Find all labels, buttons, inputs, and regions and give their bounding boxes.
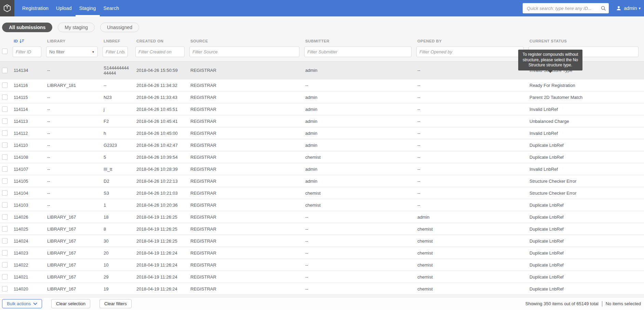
table-row[interactable]: 114116LIBRARY_181--2018-04-26 11:34:32RE… [0, 79, 644, 91]
row-checkbox[interactable] [2, 154, 8, 160]
quick-search-input[interactable] [527, 6, 601, 11]
table-row[interactable]: 114110--G23232018-04-26 10:42:47REGISTRA… [0, 139, 644, 151]
column-header-library[interactable]: LIBRARY [44, 39, 100, 43]
column-header-created-on[interactable]: CREATED ON [133, 39, 187, 43]
select-all-checkbox[interactable] [2, 49, 8, 54]
nav-item-upload[interactable]: Upload [52, 0, 76, 16]
cell-created: 2018-04-26 10:39:54 [133, 155, 187, 160]
table-row[interactable]: 114104--S32018-04-26 10:21:03REGISTRARch… [0, 187, 644, 199]
status-tooltip: To register compounds without structure,… [518, 50, 582, 70]
row-checkbox-cell [0, 190, 10, 196]
cell-source: REGISTRAR [187, 95, 302, 100]
table-row[interactable]: 114114--j2018-04-26 10:45:51REGISTRARadm… [0, 103, 644, 115]
chip-unassigned[interactable]: Unassigned [100, 23, 139, 32]
row-checkbox[interactable] [2, 68, 8, 73]
row-checkbox[interactable] [2, 238, 8, 244]
table-row[interactable]: 114108--52018-04-26 10:39:54REGISTRARche… [0, 151, 644, 163]
row-checkbox[interactable] [2, 202, 8, 208]
row-checkbox-cell [0, 106, 10, 112]
row-checkbox[interactable] [2, 274, 8, 280]
column-header-id[interactable]: ID [10, 39, 44, 44]
cell-created: 2018-04-26 10:20:36 [133, 203, 187, 208]
table-row[interactable]: 114023LIBRARY_167202018-04-19 11:26:24RE… [0, 247, 644, 259]
bulk-actions-button[interactable]: Bulk actions [2, 299, 42, 308]
cell-source: REGISTRAR [187, 119, 302, 124]
table-row[interactable]: 114105--D22018-04-26 10:22:13REGISTRARad… [0, 175, 644, 187]
clear-selection-label: Clear selection [56, 301, 85, 306]
filter-source-input[interactable] [189, 47, 299, 57]
table-row[interactable]: 114112--h2018-04-26 10:45:00REGISTRARadm… [0, 127, 644, 139]
filter-created-on-input[interactable] [135, 47, 185, 57]
cell-source: REGISTRAR [187, 167, 302, 172]
cell-source: REGISTRAR [187, 238, 302, 244]
chip-my-staging[interactable]: My staging [58, 23, 95, 32]
row-checkbox[interactable] [2, 94, 8, 100]
table-row[interactable]: 114024LIBRARY_167302018-04-19 11:26:25RE… [0, 235, 644, 247]
row-checkbox[interactable] [2, 82, 8, 88]
user-menu[interactable]: admin ▾ [616, 5, 641, 11]
filter-library-value: No filter [49, 49, 65, 54]
clear-filters-button[interactable]: Clear filters [99, 299, 132, 308]
cell-status: Invalid LnbRef [526, 107, 644, 112]
table-row[interactable]: 114022LIBRARY_167102018-04-19 11:26:24RE… [0, 259, 644, 271]
cell-opened-by: -- [414, 131, 526, 136]
row-checkbox[interactable] [2, 190, 8, 196]
cell-status: Duplicate LnbRef [526, 262, 644, 268]
cell-library: -- [44, 107, 100, 112]
filter-cell-submitter [302, 47, 414, 57]
column-header-source[interactable]: SOURCE [187, 39, 302, 43]
filter-id-input[interactable] [13, 47, 41, 57]
cell-lnbref: G2323 [100, 143, 133, 148]
row-checkbox[interactable] [2, 262, 8, 268]
table-row[interactable]: 114025LIBRARY_16782018-04-19 11:26:25REG… [0, 223, 644, 235]
column-header-current-status[interactable]: CURRENT STATUS [526, 39, 644, 43]
filter-submitter-input[interactable] [304, 47, 412, 57]
row-checkbox[interactable] [2, 106, 8, 112]
filter-lnbref-input[interactable] [103, 47, 128, 57]
cell-opened-by: chemist [414, 262, 526, 268]
column-header-opened-by[interactable]: OPENED BY [414, 39, 526, 43]
table-row[interactable]: 114115--N232018-04-26 11:33:43REGISTRARa… [0, 91, 644, 103]
search-icon[interactable] [601, 5, 606, 11]
column-header-lnbref[interactable]: LNBREF [100, 39, 133, 43]
row-checkbox[interactable] [2, 286, 8, 292]
row-checkbox[interactable] [2, 214, 8, 220]
table-row[interactable]: 114103--12018-04-26 10:20:36REGISTRARche… [0, 199, 644, 211]
cell-opened-by: -- [414, 179, 526, 184]
table-row[interactable]: 114107--III_tt2018-04-26 10:28:39REGISTR… [0, 163, 644, 175]
nav-item-registration[interactable]: Registration [18, 0, 52, 16]
app-logo[interactable] [0, 0, 14, 16]
table-row[interactable]: 114021LIBRARY_167292018-04-19 11:26:24RE… [0, 271, 644, 283]
cell-source: REGISTRAR [187, 83, 302, 88]
cell-submitter: -- [302, 227, 414, 232]
row-checkbox[interactable] [2, 166, 8, 172]
row-checkbox-cell [0, 130, 10, 136]
row-checkbox[interactable] [2, 178, 8, 184]
sort-descending-icon[interactable] [19, 39, 24, 44]
filter-opened-by-input[interactable] [416, 47, 524, 57]
filter-library-select[interactable]: No filter ▾ [46, 47, 98, 57]
row-checkbox[interactable] [2, 226, 8, 232]
table-row[interactable]: 114113--F22018-04-26 10:45:41REGISTRARad… [0, 115, 644, 127]
column-label-id: ID [14, 39, 18, 43]
chevron-down-icon: ▾ [639, 7, 641, 10]
table-row[interactable]: 114020LIBRARY_167192018-04-19 11:26:24RE… [0, 283, 644, 295]
cell-lnbref: III_tt [100, 167, 133, 172]
cell-library: LIBRARY_167 [44, 286, 100, 292]
cell-submitter: admin [302, 143, 414, 148]
chip-all-submissions[interactable]: All submissions [2, 23, 52, 32]
cell-id: 114022 [10, 262, 44, 268]
row-checkbox[interactable] [2, 142, 8, 148]
cell-status: Duplicate LnbRef [526, 203, 644, 208]
cell-opened-by: -- [414, 203, 526, 208]
table-row[interactable]: 114026LIBRARY_167182018-04-19 11:26:25RE… [0, 211, 644, 223]
column-header-submitter[interactable]: SUBMITTER [302, 39, 414, 43]
nav-item-search[interactable]: Search [100, 0, 123, 16]
row-checkbox[interactable] [2, 130, 8, 136]
nav-item-staging[interactable]: Staging [76, 0, 100, 16]
row-checkbox[interactable] [2, 118, 8, 124]
clear-selection-button[interactable]: Clear selection [51, 299, 90, 308]
cell-submitter: chemist [302, 191, 414, 196]
cell-source: REGISTRAR [187, 215, 302, 220]
row-checkbox[interactable] [2, 250, 8, 256]
